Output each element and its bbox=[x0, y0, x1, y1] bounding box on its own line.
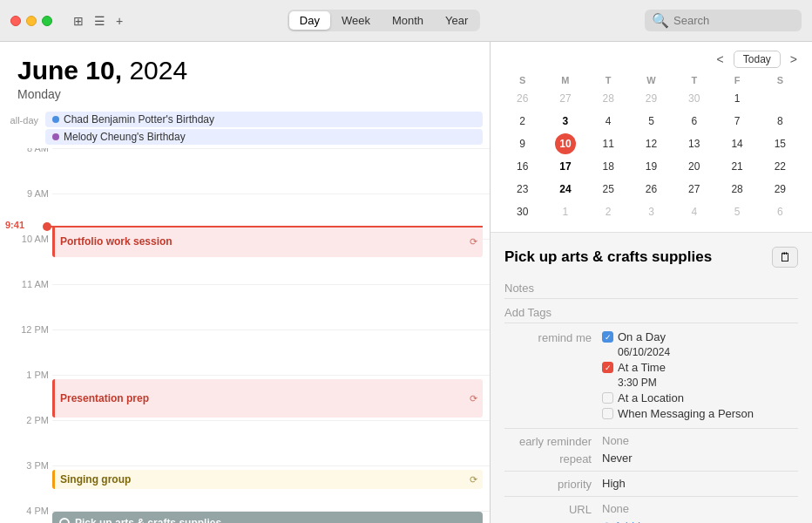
allday-section: all-day Chad Benjamin Potter's Birthday … bbox=[0, 108, 490, 148]
minimize-button[interactable] bbox=[26, 16, 37, 26]
cal-day-15[interactable]: 15 bbox=[769, 133, 790, 154]
cal-day-5[interactable]: 5 bbox=[640, 111, 661, 132]
cal-day-29[interactable]: 29 bbox=[769, 179, 790, 200]
detail-url-row: URL None bbox=[504, 502, 798, 516]
url-value[interactable]: None bbox=[602, 502, 798, 515]
cal-day-26-prev[interactable]: 26 bbox=[512, 88, 533, 109]
titlebar-icons: ⊞ ☰ + bbox=[73, 14, 123, 28]
next-month-button[interactable]: > bbox=[786, 51, 802, 68]
allday-label: all-day bbox=[0, 112, 45, 126]
cal-day-6[interactable]: 6 bbox=[684, 111, 705, 132]
main-content: June 10, 2024 Monday all-day Chad Benjam… bbox=[0, 42, 812, 523]
cal-day-20[interactable]: 20 bbox=[684, 156, 705, 177]
maximize-button[interactable] bbox=[42, 16, 52, 26]
cal-day-26[interactable]: 26 bbox=[640, 179, 661, 200]
event-singing[interactable]: Singing group ⟳ bbox=[52, 470, 483, 489]
cal-day-27-prev[interactable]: 27 bbox=[555, 88, 576, 109]
allday-event-0[interactable]: Chad Benjamin Potter's Birthday bbox=[45, 112, 483, 127]
time-label-12pm: 12 PM bbox=[7, 324, 49, 335]
cal-day-12[interactable]: 12 bbox=[640, 133, 661, 154]
cal-day-8[interactable]: 8 bbox=[769, 111, 790, 132]
detail-title-row: Pick up arts & crafts supplies 🗒 bbox=[504, 247, 798, 268]
early-reminder-value[interactable]: None bbox=[602, 434, 798, 447]
cal-day-1-next[interactable]: 1 bbox=[555, 201, 576, 222]
cal-day-1[interactable]: 1 bbox=[727, 88, 748, 109]
date-year: 2024 bbox=[129, 56, 187, 85]
time-grid: 8 AM 9 AM 9:41 Portfolio work session ⟳ … bbox=[0, 148, 490, 523]
cal-day-13[interactable]: 13 bbox=[684, 133, 705, 154]
allday-event-1[interactable]: Melody Cheung's Birthday bbox=[45, 129, 483, 145]
cal-day-30-prev[interactable]: 30 bbox=[684, 88, 705, 109]
cal-day-2-next[interactable]: 2 bbox=[598, 201, 619, 222]
cal-day-14[interactable]: 14 bbox=[727, 133, 748, 154]
cal-day-6-next[interactable]: 6 bbox=[769, 201, 790, 222]
cal-day-24[interactable]: 24 bbox=[555, 179, 576, 200]
divider-1 bbox=[504, 428, 798, 429]
cal-day-3-next[interactable]: 3 bbox=[640, 201, 661, 222]
on-a-day-row: ✓ On a Day bbox=[602, 330, 798, 343]
repeat-value[interactable]: Never bbox=[602, 452, 798, 465]
today-button[interactable]: Today bbox=[734, 51, 781, 68]
cal-day-7[interactable]: 7 bbox=[727, 111, 748, 132]
at-a-time-checkbox[interactable]: ✓ bbox=[602, 362, 613, 373]
cal-day-29-prev[interactable]: 29 bbox=[640, 88, 661, 109]
on-a-day-checkbox[interactable]: ✓ bbox=[602, 331, 613, 343]
prev-month-button[interactable]: < bbox=[713, 51, 728, 68]
slot-8am: 8 AM bbox=[52, 148, 490, 194]
priority-value[interactable]: High bbox=[602, 477, 798, 490]
sidebar-toggle-icon[interactable]: ⊞ bbox=[73, 14, 84, 28]
day-header-s1: S bbox=[501, 73, 544, 87]
day-header-w: W bbox=[630, 73, 673, 87]
cal-day-2[interactable]: 2 bbox=[512, 111, 533, 132]
cal-day-23[interactable]: 23 bbox=[512, 179, 533, 200]
event-pickup[interactable]: Pick up arts & crafts supplies bbox=[52, 512, 483, 523]
cal-day-25[interactable]: 25 bbox=[598, 179, 619, 200]
cal-day-17[interactable]: 17 bbox=[555, 156, 576, 177]
inbox-icon[interactable]: ☰ bbox=[94, 14, 105, 28]
slot-1pm: 1 PM Presentation prep ⟳ bbox=[52, 375, 490, 420]
cal-day-16[interactable]: 16 bbox=[512, 156, 533, 177]
cal-day-22[interactable]: 22 bbox=[769, 156, 790, 177]
view-week-button[interactable]: Week bbox=[331, 11, 381, 30]
at-a-location-checkbox[interactable] bbox=[602, 392, 613, 404]
slot-2pm: 2 PM bbox=[52, 420, 490, 465]
cal-day-4-next[interactable]: 4 bbox=[684, 201, 705, 222]
search-box[interactable]: 🔍 bbox=[645, 10, 802, 31]
cal-day-3[interactable]: 3 bbox=[555, 111, 576, 132]
cal-day-19[interactable]: 19 bbox=[640, 156, 661, 177]
view-month-button[interactable]: Month bbox=[382, 11, 434, 30]
add-image-label[interactable]: Add Image... bbox=[614, 520, 679, 523]
cal-day-4[interactable]: 4 bbox=[598, 111, 619, 132]
when-messaging-checkbox[interactable] bbox=[602, 408, 613, 419]
cal-day-18[interactable]: 18 bbox=[598, 156, 619, 177]
slot-11am: 11 AM bbox=[52, 284, 490, 329]
cal-day-9[interactable]: 9 bbox=[512, 133, 533, 154]
cal-day-28[interactable]: 28 bbox=[727, 179, 748, 200]
day-header-m: M bbox=[544, 73, 586, 87]
view-day-button[interactable]: Day bbox=[289, 11, 330, 30]
event-presentation[interactable]: Presentation prep ⟳ bbox=[52, 379, 483, 418]
add-icon[interactable]: + bbox=[116, 14, 123, 28]
view-year-button[interactable]: Year bbox=[435, 11, 478, 30]
images-value[interactable]: ⊕ Add Image... bbox=[602, 520, 798, 523]
cal-day-11[interactable]: 11 bbox=[598, 133, 619, 154]
slot-12pm: 12 PM bbox=[52, 329, 490, 375]
event-portfolio[interactable]: Portfolio work session ⟳ bbox=[52, 226, 483, 257]
cal-day-27[interactable]: 27 bbox=[684, 179, 705, 200]
when-messaging-label: When Messaging a Person bbox=[618, 407, 754, 420]
cal-day-5-next[interactable]: 5 bbox=[727, 201, 748, 222]
right-pane: < Today > S M T W T F S 26 27 28 29 30 1 bbox=[490, 42, 812, 523]
at-a-location-label: At a Location bbox=[618, 391, 684, 404]
detail-remind-row: remind me ✓ On a Day 06/10/2024 ✓ At a T… bbox=[504, 330, 798, 423]
detail-notes[interactable]: Notes bbox=[504, 278, 798, 299]
close-button[interactable] bbox=[10, 16, 21, 26]
detail-tags[interactable]: Add Tags bbox=[504, 302, 798, 323]
cal-day-30[interactable]: 30 bbox=[512, 201, 533, 222]
cal-day-21[interactable]: 21 bbox=[727, 156, 748, 177]
cal-day-10[interactable]: 10 bbox=[555, 133, 576, 154]
cal-day-empty bbox=[769, 88, 790, 109]
detail-remind-content: ✓ On a Day 06/10/2024 ✓ At a Time 3:30 P… bbox=[602, 330, 798, 423]
cal-day-28-prev[interactable]: 28 bbox=[598, 88, 619, 109]
detail-note-button[interactable]: 🗒 bbox=[772, 247, 798, 268]
search-input[interactable] bbox=[673, 14, 795, 27]
